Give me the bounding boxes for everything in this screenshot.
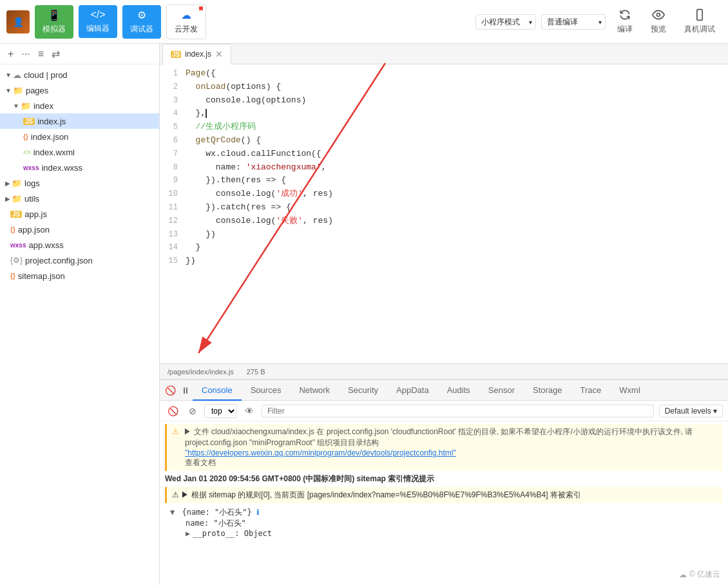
tab-wxml[interactable]: Wxml [610,380,649,401]
warn-icon-2: ⚠ [172,490,179,499]
level-select[interactable]: top [204,404,237,418]
bottom-tabs: 🚫 ⏸ Console Sources Network Security App… [160,380,728,401]
tree-item-index-js[interactable]: JS index.js [0,113,159,129]
tree-item-app-json[interactable]: {} app.json [0,222,159,237]
cloud-icon: ☁ [181,9,191,21]
collapse-button[interactable]: ⇄ [49,46,62,61]
tab-console[interactable]: Console [193,380,242,401]
console-content[interactable]: ⚠ ▶ 文件 cloud/xiaochengxuma/index.js 在 pr… [160,421,728,585]
preview-button[interactable]: 预览 [644,6,673,37]
folder-icon-pages: 📁 [13,86,23,95]
debugger-icon: ⚙ [137,9,146,21]
tree-arrow-utils: ▶ [5,195,10,202]
editor-icon: </> [90,9,105,21]
file-path: /pages/index/index.js [168,368,234,376]
tree-item-sitemap[interactable]: {} sitemap.json [0,268,159,283]
tree-item-logs[interactable]: ▶ 📁 logs [0,175,159,191]
code-line-7: 7 wx.cloud.callFunction({ [160,148,728,161]
tab-storage[interactable]: Storage [524,380,571,401]
tab-security[interactable]: Security [339,380,387,401]
code-line-8: 8 name: 'xiaochengxuma', [160,161,728,175]
tab-audits[interactable]: Audits [438,380,479,401]
tree-item-pages[interactable]: ▼ 📁 pages [0,82,159,98]
preview-icon [652,8,665,21]
warn-icon-1: ⚠ [172,427,179,436]
sidebar-tree: ▼ ☁ cloud | prod ▼ 📁 pages ▼ 📁 index JS … [0,64,159,585]
code-line-11: 11 }).catch(res => { [160,201,728,215]
tab-sensor[interactable]: Sensor [479,380,524,401]
tree-item-project-config[interactable]: {⚙} project.config.json [0,253,159,268]
code-line-5: 5 //生成小程序码 [160,120,728,134]
main-layout: + ··· ≡ ⇄ ▼ ☁ cloud | prod ▼ 📁 pages ▼ 📁… [0,44,728,585]
tree-item-app-wxss[interactable]: wxss app.wxss [0,237,159,253]
svg-point-0 [657,14,660,17]
console-block-icon[interactable]: ⊘ [186,405,199,417]
recompile-icon [618,8,631,21]
recompile-button[interactable]: 编译 [611,6,639,37]
info-icon[interactable]: ℹ [256,508,260,517]
wxss-file-icon: wxss [23,164,39,171]
proto-arrow[interactable]: ▶ [186,529,190,538]
bottom-panel: 🚫 ⏸ Console Sources Network Security App… [160,379,728,585]
console-clear-button[interactable]: 🚫 [162,384,178,397]
compile-select[interactable]: 普通编译自定义编译 [541,14,606,30]
obj-arrow[interactable]: ▼ [170,508,175,517]
toolbar: 👤 📱 模拟器 </> 编辑器 ⚙ 调试器 ☁ 云开发 小程序模式插件模式 普通… [0,0,728,44]
code-line-2: 2 onLoad(options) { [160,81,728,94]
code-line-1: 1 Page({ [160,67,728,81]
svg-rect-1 [697,10,702,21]
simulator-button[interactable]: 📱 模拟器 [35,5,73,39]
realdevice-button[interactable]: 真机调试 [678,6,722,37]
code-line-10: 10 console.log('成功', res) [160,187,728,201]
code-line-3: 3 console.log(options) [160,94,728,108]
tree-item-app-js[interactable]: JS app.js [0,206,159,222]
watermark-logo: ☁ [679,570,687,579]
tab-index-js[interactable]: JS index.js ✕ [162,44,231,64]
tree-arrow-cloud: ▼ [5,72,12,79]
default-levels[interactable]: Default levels ▾ [659,405,723,417]
console-clear-icon[interactable]: 🚫 [165,405,181,417]
editor-button[interactable]: </> 编辑器 [79,5,117,38]
tree-item-index-wxss[interactable]: wxss index.wxss [0,160,159,175]
tab-bar: JS index.js ✕ [160,44,728,64]
console-link-1[interactable]: "https://developers.weixin.qq.com/minipr… [172,448,456,457]
more-button[interactable]: ··· [19,47,32,61]
js-file-icon: JS [23,118,35,125]
folder-icon-utils: 📁 [12,194,22,204]
code-line-4: 4 }, [160,107,728,120]
console-stop-button[interactable]: ⏸ [178,384,193,397]
wxml-file-icon: <> [23,149,31,156]
js-app-icon: JS [10,211,22,218]
console-filter-input[interactable] [262,405,654,417]
debugger-button[interactable]: ⚙ 调试器 [122,5,161,39]
tab-close-button[interactable]: ✕ [215,49,223,59]
code-line-6: 6 getQrCode() { [160,134,728,148]
code-line-12: 12 console.log('失败', res) [160,215,728,228]
code-line-14: 14 } [160,241,728,254]
sort-button[interactable]: ≡ [35,47,46,61]
code-line-15: 15 }) [160,254,728,268]
tree-item-cloud[interactable]: ▼ ☁ cloud | prod [0,67,159,82]
code-line-9: 9 }).then(res => { [160,174,728,187]
json-file-icon: {} [23,133,28,140]
json-sitemap-icon: {} [10,273,15,280]
tree-item-index-folder[interactable]: ▼ 📁 index [0,98,159,113]
console-toolbar: 🚫 ⊘ top 👁 Default levels ▾ [160,401,728,421]
cloud-button[interactable]: ☁ 云开发 [166,5,206,39]
tab-trace[interactable]: Trace [571,380,611,401]
console-eye-icon[interactable]: 👁 [242,405,256,417]
add-file-button[interactable]: + [5,47,16,61]
tab-network[interactable]: Network [290,380,339,401]
cloud-folder-icon: ☁ [13,70,21,80]
tree-item-index-json[interactable]: {} index.json [0,129,159,144]
simulator-icon: 📱 [48,9,61,21]
tree-item-utils[interactable]: ▶ 📁 utils [0,191,159,206]
compile-select-wrap: 普通编译自定义编译 [541,14,606,30]
mode-select[interactable]: 小程序模式插件模式 [475,14,536,30]
json-app-icon: {} [10,226,15,233]
tree-item-index-wxml[interactable]: <> index.wxml [0,144,159,160]
tab-appdata[interactable]: AppData [387,380,438,401]
watermark: ☁ © 亿速云 [679,569,720,580]
tab-sources[interactable]: Sources [242,380,291,401]
code-editor[interactable]: 1 Page({ 2 onLoad(options) { 3 console.l… [160,64,728,363]
